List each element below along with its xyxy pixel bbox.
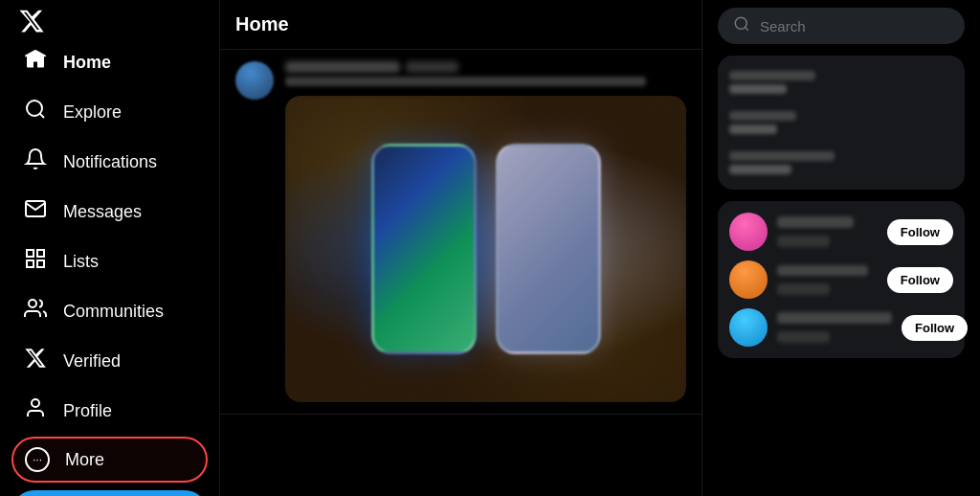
messages-icon: [23, 197, 48, 226]
sidebar-item-notifications[interactable]: Notifications: [11, 138, 208, 186]
follow-info-3: [777, 312, 892, 343]
follow-info-1: [777, 216, 878, 247]
trending-count-2: [729, 124, 777, 134]
home-icon: [23, 48, 48, 77]
sidebar-item-lists-label: Lists: [63, 252, 99, 272]
follow-item-3: Follow: [729, 308, 953, 347]
phone-right: [496, 144, 601, 354]
sidebar-item-home[interactable]: Home: [11, 38, 208, 86]
svg-point-7: [735, 17, 746, 29]
follow-handle-3: [777, 331, 830, 343]
trending-label-1: [729, 71, 815, 80]
trending-label-3: [729, 151, 835, 161]
follow-button-1[interactable]: Follow: [887, 219, 953, 245]
trending-text-1: [729, 71, 815, 94]
follow-avatar-1: [729, 213, 768, 251]
follow-handle-2: [777, 283, 830, 295]
trending-item-3: [729, 147, 953, 178]
trending-item-2: [729, 107, 953, 138]
sidebar-item-messages[interactable]: Messages: [11, 188, 208, 236]
search-bar[interactable]: [718, 8, 965, 44]
sidebar-item-verified-label: Verified: [63, 351, 121, 372]
follow-item-1: Follow: [729, 213, 953, 251]
media-content: [285, 96, 686, 402]
svg-rect-2: [37, 250, 44, 257]
sidebar-item-explore-label: Explore: [63, 102, 122, 123]
verified-icon: [23, 347, 48, 375]
sidebar-item-explore[interactable]: Explore: [11, 88, 208, 136]
svg-point-6: [32, 399, 39, 407]
follow-button-2[interactable]: Follow: [887, 267, 953, 293]
trending-text-2: [729, 111, 796, 134]
follow-button-3[interactable]: Follow: [902, 315, 968, 341]
sidebar-item-messages-label: Messages: [63, 202, 142, 222]
sidebar-item-profile-label: Profile: [63, 401, 112, 421]
avatar: [235, 61, 274, 100]
trending-section: [718, 56, 965, 190]
trending-item-1: [729, 67, 953, 98]
more-icon: ···: [25, 447, 50, 472]
feed-title: Home: [220, 0, 702, 50]
tweet-card: [220, 50, 702, 415]
follow-name-1: [777, 216, 854, 228]
trending-text-3: [729, 151, 835, 174]
follow-avatar-2: [729, 260, 768, 299]
post-button[interactable]: Post: [11, 490, 208, 496]
tweet-text: [285, 77, 646, 86]
communities-icon: [23, 297, 48, 326]
who-to-follow-section: Follow Follow Follow: [718, 201, 965, 358]
right-sidebar: Follow Follow Follow: [702, 0, 980, 496]
sidebar: Home Explore Notifications: [0, 0, 220, 496]
follow-item-2: Follow: [729, 260, 953, 299]
sidebar-item-profile[interactable]: Profile: [11, 387, 208, 435]
trending-label-2: [729, 111, 796, 121]
follow-avatar-3: [729, 308, 768, 347]
sidebar-item-more-label: More: [65, 450, 104, 470]
trending-count-3: [729, 165, 791, 174]
tweet-body: [285, 61, 686, 402]
sidebar-item-verified[interactable]: Verified: [11, 337, 208, 385]
lists-icon: [23, 247, 48, 276]
sidebar-item-communities-label: Communities: [63, 302, 164, 322]
tweet-author-handle: [406, 61, 458, 73]
sidebar-nav: Home Explore Notifications: [11, 38, 208, 483]
main-feed: Home: [220, 0, 702, 496]
follow-info-2: [777, 265, 878, 295]
follow-name-2: [777, 265, 868, 276]
sidebar-item-communities[interactable]: Communities: [11, 287, 208, 335]
svg-rect-4: [27, 260, 33, 267]
sidebar-item-notifications-label: Notifications: [63, 152, 157, 172]
svg-rect-3: [37, 260, 44, 267]
follow-name-3: [777, 312, 892, 324]
phone-left: [371, 144, 477, 354]
notifications-icon: [23, 147, 48, 176]
search-icon: [733, 15, 750, 36]
sidebar-item-lists[interactable]: Lists: [11, 237, 208, 285]
svg-rect-1: [27, 250, 33, 257]
svg-point-5: [29, 300, 36, 307]
tweet-author-line: [285, 61, 686, 73]
search-input[interactable]: [760, 18, 949, 34]
tweet-media: [285, 96, 686, 402]
trending-count-1: [729, 84, 787, 94]
x-logo[interactable]: [11, 8, 52, 34]
feed-content: [220, 50, 702, 496]
sidebar-item-more[interactable]: ··· More: [11, 437, 208, 483]
svg-point-0: [27, 101, 42, 116]
tweet-author-name: [285, 61, 400, 73]
follow-handle-1: [777, 236, 830, 247]
profile-icon: [23, 396, 48, 425]
explore-icon: [23, 98, 48, 126]
sidebar-item-home-label: Home: [63, 53, 111, 73]
